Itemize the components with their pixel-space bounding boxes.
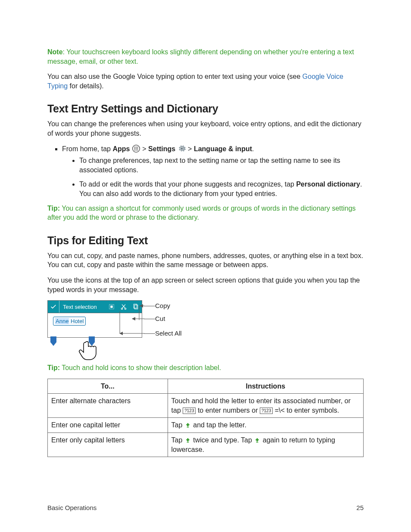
svg-point-4 bbox=[134, 148, 135, 149]
cell-instructions: Touch and hold the letter to enter its a… bbox=[168, 394, 363, 418]
svg-rect-15 bbox=[134, 304, 137, 308]
footer-page-number: 25 bbox=[356, 504, 364, 511]
tip2-label: Tip: bbox=[47, 364, 60, 371]
select-all-icon bbox=[106, 301, 118, 313]
note-paragraph: Note: Your touchscreen keyboard looks sl… bbox=[47, 47, 364, 66]
language-input-label: Language & input bbox=[194, 145, 252, 152]
p-tips2: You use the icons at the top of an app s… bbox=[47, 276, 364, 294]
callout-copy: Copy bbox=[155, 302, 170, 309]
step-from-home: From home, tap Apps > Settings > Languag… bbox=[62, 144, 364, 199]
tip1-label: Tip: bbox=[47, 205, 60, 212]
selection-bar-label: Text selection bbox=[59, 304, 106, 310]
table-header-row: To... Instructions bbox=[48, 379, 364, 394]
svg-point-5 bbox=[136, 148, 137, 149]
svg-point-7 bbox=[134, 149, 135, 150]
svg-point-9 bbox=[137, 149, 138, 150]
cell-instructions: Tap twice and type. Tap again to return … bbox=[168, 433, 363, 457]
svg-rect-19 bbox=[256, 442, 258, 442]
cell-to: Enter alternate characters bbox=[48, 394, 168, 418]
settings-label: Settings bbox=[148, 145, 175, 152]
key-123-icon: ?123 bbox=[260, 408, 273, 414]
check-icon bbox=[48, 301, 59, 313]
voice-pre: You can also use the Google Voice typing… bbox=[47, 73, 302, 80]
voice-paragraph: You can also use the Google Voice typing… bbox=[47, 72, 364, 90]
svg-rect-18 bbox=[187, 442, 189, 442]
selection-handle-left-icon bbox=[50, 336, 56, 346]
svg-point-10 bbox=[181, 147, 183, 149]
p-text-entry: You can change the preferences when usin… bbox=[47, 119, 364, 138]
text-selection-diagram: Text selection Anne Hotel bbox=[47, 300, 177, 361]
tip2-text: Touch and hold icons to show their descr… bbox=[60, 364, 221, 371]
substep-2: To add or edit the words that your phone… bbox=[79, 180, 364, 198]
cut-icon bbox=[118, 301, 130, 313]
key-123-icon: ?123 bbox=[183, 408, 196, 414]
page-footer: Basic Operations 25 bbox=[47, 504, 364, 511]
svg-point-1 bbox=[134, 146, 135, 147]
footer-section: Basic Operations bbox=[47, 504, 97, 511]
cell-to: Enter one capital letter bbox=[48, 418, 168, 433]
note-label: Note bbox=[47, 48, 63, 56]
shift-key-icon bbox=[184, 422, 191, 428]
shift-key-icon bbox=[254, 437, 261, 443]
selected-text-pill: Anne Hotel bbox=[53, 317, 86, 326]
note-text: : Your touchscreen keyboard looks slight… bbox=[47, 48, 354, 65]
substep-1: To change preferences, tap next to the s… bbox=[79, 156, 364, 174]
svg-point-13 bbox=[121, 308, 122, 309]
leader-arrow-icon bbox=[119, 332, 123, 335]
selection-action-bar: Text selection bbox=[47, 300, 142, 313]
heading-tips-editing: Tips for Editing Text bbox=[47, 234, 364, 247]
settings-gear-icon bbox=[177, 144, 186, 153]
leader-arrow-icon bbox=[140, 304, 143, 308]
callout-cut: Cut bbox=[155, 315, 165, 322]
svg-point-2 bbox=[136, 146, 137, 147]
th-instructions: Instructions bbox=[168, 379, 363, 394]
table-row: Enter only capital letters Tap twice and… bbox=[48, 433, 364, 457]
svg-point-6 bbox=[137, 148, 138, 149]
cell-to: Enter only capital letters bbox=[48, 433, 168, 457]
heading-text-entry: Text Entry Settings and Dictionary bbox=[47, 103, 364, 115]
th-to: To... bbox=[48, 379, 168, 394]
svg-point-14 bbox=[125, 308, 126, 309]
table-row: Enter alternate characters Touch and hol… bbox=[48, 394, 364, 418]
shift-key-icon bbox=[184, 437, 191, 443]
svg-rect-16 bbox=[134, 305, 137, 309]
cell-instructions: Tap and tap the letter. bbox=[168, 418, 363, 433]
instructions-table: To... Instructions Enter alternate chara… bbox=[47, 379, 364, 457]
apps-icon bbox=[132, 144, 140, 153]
tip1-text: You can assign a shortcut for commonly u… bbox=[47, 205, 356, 221]
apps-label: Apps bbox=[112, 145, 130, 152]
table-row: Enter one capital letter Tap and tap the… bbox=[48, 418, 364, 433]
svg-rect-17 bbox=[187, 427, 189, 428]
text-edit-area: Anne Hotel bbox=[47, 313, 142, 338]
svg-point-3 bbox=[137, 146, 138, 147]
svg-rect-12 bbox=[110, 305, 112, 308]
callout-selectall: Select All bbox=[155, 330, 182, 337]
touch-hand-icon bbox=[78, 340, 103, 361]
svg-point-8 bbox=[136, 149, 137, 150]
tip-1: Tip: You can assign a shortcut for commo… bbox=[47, 204, 364, 222]
tip-2: Tip: Touch and hold icons to show their … bbox=[47, 363, 364, 373]
leader-arrow-icon bbox=[132, 317, 135, 320]
voice-post: for details). bbox=[68, 82, 104, 90]
p-tips1: You can cut, copy, and paste names, phon… bbox=[47, 251, 364, 270]
